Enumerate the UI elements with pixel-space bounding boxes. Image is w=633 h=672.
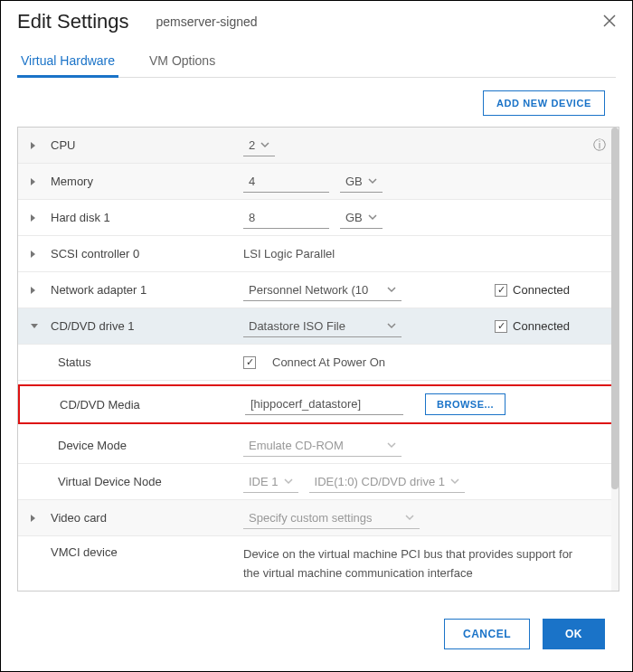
chevron-right-icon (31, 248, 43, 260)
info-icon[interactable]: ⓘ (593, 137, 606, 154)
toolbar: ADD NEW DEVICE (1, 78, 632, 127)
video-label: Video card (51, 511, 107, 525)
cdrom1-vdn-bus: IDE 1 (249, 475, 279, 488)
memory-unit-select[interactable]: GB (340, 171, 383, 193)
edit-settings-dialog: Edit Settings pemserver-signed Virtual H… (0, 0, 633, 672)
chevron-down-icon (387, 321, 396, 330)
cdrom1-status-value: Connect At Power On (272, 355, 385, 369)
row-scsi0[interactable]: SCSI controller 0 LSI Logic Parallel (18, 236, 619, 272)
net1-connected-label: Connected (513, 283, 570, 297)
row-vmci: VMCI device Device on the virtual machin… (18, 536, 619, 592)
cpu-select[interactable]: 2 (243, 135, 275, 156)
row-cdrom1-vdn: Virtual Device Node IDE 1 IDE(1:0) CD/DV… (18, 464, 619, 500)
video-select[interactable]: Specify custom settings (243, 507, 420, 529)
vmci-desc: Device on the virtual machine PCI bus th… (243, 545, 579, 583)
cdrom1-mode-select[interactable]: Emulate CD-ROM (243, 435, 402, 457)
cdrom1-media-input[interactable] (245, 393, 403, 415)
hdd1-unit-select[interactable]: GB (340, 207, 383, 229)
tabs: Virtual Hardware VM Options (17, 46, 616, 78)
row-cdrom1-status: Status Connect At Power On (18, 345, 619, 381)
ok-button[interactable]: OK (543, 619, 605, 649)
row-net1[interactable]: Network adapter 1 Personnel Network (10 … (18, 272, 619, 308)
row-cdrom1-mode: Device Mode Emulate CD-ROM (18, 428, 619, 464)
cdrom1-mode-label: Device Mode (58, 439, 127, 452)
cpu-label: CPU (51, 138, 75, 152)
chevron-right-icon (31, 212, 43, 224)
cdrom1-type-value: Datastore ISO File (249, 319, 382, 333)
cdrom1-type-select[interactable]: Datastore ISO File (243, 316, 402, 337)
chevron-down-icon (284, 477, 293, 486)
cdrom1-connected-checkbox[interactable] (495, 320, 507, 333)
cdrom1-mode-value: Emulate CD-ROM (249, 439, 382, 452)
chevron-down-icon (387, 285, 396, 294)
dialog-title: Edit Settings (17, 10, 129, 33)
chevron-down-icon (368, 176, 377, 185)
hardware-scroll-wrap: CPU 2 ⓘ Memory (1, 127, 632, 601)
chevron-down-icon (368, 213, 377, 222)
cdrom1-vdn-label: Virtual Device Node (58, 475, 162, 488)
memory-unit: GB (345, 175, 363, 188)
net1-connected-checkbox[interactable] (495, 284, 507, 297)
chevron-down-icon (31, 320, 43, 333)
net1-value: Personnel Network (10 (249, 283, 382, 297)
tab-vm-options[interactable]: VM Options (146, 46, 219, 77)
hardware-panel: CPU 2 ⓘ Memory (17, 127, 619, 592)
cdrom1-media-highlight: CD/DVD Media BROWSE... (18, 384, 619, 424)
net1-select[interactable]: Personnel Network (10 (243, 279, 402, 301)
cdrom1-poweron-checkbox[interactable] (243, 356, 256, 369)
row-video[interactable]: Video card Specify custom settings (18, 500, 619, 536)
scrollbar-thumb[interactable] (611, 128, 619, 489)
cdrom1-vdn-slot-select[interactable]: IDE(1:0) CD/DVD drive 1 (309, 471, 465, 493)
chevron-right-icon (31, 139, 43, 152)
row-cdrom1[interactable]: CD/DVD drive 1 Datastore ISO File Connec… (18, 308, 619, 345)
video-value: Specify custom settings (249, 511, 400, 525)
cpu-value: 2 (249, 138, 255, 152)
scsi0-label: SCSI controller 0 (51, 247, 139, 260)
tab-virtual-hardware[interactable]: Virtual Hardware (17, 46, 118, 77)
row-cpu[interactable]: CPU 2 ⓘ (18, 128, 619, 164)
net1-label: Network adapter 1 (51, 283, 146, 297)
row-hdd1[interactable]: Hard disk 1 GB (18, 200, 619, 236)
chevron-down-icon (450, 477, 459, 486)
cdrom1-status-label: Status (58, 355, 91, 369)
cdrom1-vdn-bus-select[interactable]: IDE 1 (243, 471, 298, 493)
memory-label: Memory (51, 175, 93, 188)
hdd1-input[interactable] (243, 207, 329, 229)
cdrom1-connected-label: Connected (513, 319, 570, 333)
row-memory[interactable]: Memory GB (18, 164, 619, 200)
chevron-down-icon (405, 513, 414, 522)
chevron-down-icon (260, 140, 269, 149)
cdrom1-label: CD/DVD drive 1 (51, 319, 134, 333)
cdrom1-media-label: CD/DVD Media (60, 398, 140, 412)
chevron-right-icon (31, 175, 43, 188)
cancel-button[interactable]: CANCEL (444, 619, 530, 649)
scsi0-value: LSI Logic Parallel (243, 247, 335, 260)
vmci-label: VMCI device (51, 545, 118, 559)
chevron-down-icon (387, 440, 396, 450)
memory-input[interactable] (243, 171, 329, 193)
dialog-subtitle: pemserver-signed (156, 14, 258, 29)
scrollbar[interactable] (611, 128, 619, 591)
titlebar: Edit Settings pemserver-signed (1, 1, 632, 33)
hdd1-label: Hard disk 1 (51, 211, 110, 224)
chevron-right-icon (31, 284, 43, 297)
chevron-right-icon (31, 512, 43, 525)
browse-button[interactable]: BROWSE... (425, 393, 505, 415)
hdd1-unit: GB (345, 211, 363, 224)
close-icon[interactable] (603, 13, 616, 32)
footer: CANCEL OK (1, 601, 632, 671)
cdrom1-vdn-slot: IDE(1:0) CD/DVD drive 1 (315, 475, 445, 488)
add-new-device-button[interactable]: ADD NEW DEVICE (483, 90, 605, 116)
